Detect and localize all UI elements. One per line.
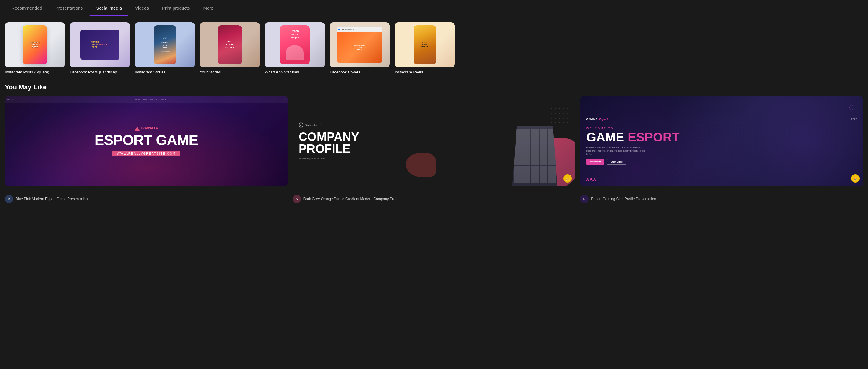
tab-social-media[interactable]: Social media: [89, 0, 128, 16]
window: [539, 129, 548, 147]
avatar-game: E: [580, 195, 589, 203]
dot: [551, 108, 552, 109]
category-instagram-posts[interactable]: PERFECTYOURPOST Instagram Posts (Square): [5, 22, 65, 74]
wa-card: Reachmorepeople: [280, 25, 310, 64]
game-title: GAME ESPORT: [586, 131, 679, 144]
template-card-esport[interactable]: BORCELLE Home Photo About Us Contact ≡ B…: [5, 96, 288, 186]
dot: [551, 113, 552, 114]
category-thumb-ig-reels: STOPTHEIRSCROLL: [395, 22, 455, 67]
tab-print-products[interactable]: Print products: [155, 0, 197, 16]
category-instagram-stories[interactable]: ✓✓ Perfectyourpost DESIGN NOW Instagram …: [135, 22, 195, 74]
game-more-info-button[interactable]: More Info: [586, 159, 604, 165]
your-story-card: TELLYOURSTORY: [218, 25, 242, 64]
window: [531, 129, 539, 147]
template-card-company[interactable]: ◐ Salford & Co. COMPANY PROFILE www.real…: [292, 96, 576, 186]
company-logo-circle-icon: ◐: [299, 123, 304, 127]
nav-photo: Photo: [143, 99, 147, 101]
nav-about: About Us: [150, 99, 157, 101]
tab-presentations[interactable]: Presentations: [49, 0, 90, 16]
card-footer-label-company: Dark Grey Orange Purple Gradient Modern …: [304, 197, 400, 201]
card-nav-bar: BORCELLE Home Photo About Us Contact ≡: [5, 96, 288, 103]
company-title: COMPANY PROFILE: [299, 131, 359, 155]
category-facebook-covers[interactable]: reallygreatsite.com CUSTOMISEYOURCOVER ★…: [330, 22, 390, 74]
company-text-area: ◐ Salford & Co. COMPANY PROFILE www.real…: [299, 123, 359, 160]
template-card-game[interactable]: GAMING Esport 2023 WELCOME TO GAME ESPOR…: [580, 96, 863, 186]
category-thumb-ig-stories: ✓✓ Perfectyourpost DESIGN NOW: [135, 22, 195, 67]
category-label-whatsapp: WhatsApp Statuses: [265, 70, 299, 74]
esport-brand: BORCELLE: [142, 127, 158, 130]
category-thumb-insta-sq: PERFECTYOURPOST: [5, 22, 65, 67]
category-label-fb-covers: Facebook Covers: [330, 70, 360, 74]
game-header-left: GAMING Esport: [586, 118, 608, 121]
esport-url: WWW.REALLYGREATSITE.COM: [112, 151, 181, 156]
category-label-your-stories: Your Stories: [200, 70, 221, 74]
tab-videos[interactable]: Videos: [128, 0, 155, 16]
dot: [555, 113, 556, 114]
card-footer-label-esport: Blue Pink Modern Esport Game Presentatio…: [16, 197, 88, 201]
window: [514, 166, 522, 183]
fb-icon-dot: [338, 29, 340, 30]
cover-main: CUSTOMISEYOURCOVER ★: [337, 32, 382, 63]
phone-mockup: PERFECTYOURPOST: [23, 25, 47, 64]
dot: [551, 122, 552, 123]
card-footer-company: S Dark Grey Orange Purple Gradient Moder…: [292, 192, 576, 205]
game-welcome: WELCOME TO: [586, 127, 614, 130]
category-thumb-fb: INSPIREYOURFEED60% OFF: [70, 22, 130, 67]
template-cards-grid: BORCELLE Home Photo About Us Contact ≡ B…: [0, 96, 868, 192]
dot: [555, 108, 556, 109]
ig-story-phone: ✓✓ Perfectyourpost DESIGN NOW: [154, 25, 176, 64]
esport-label: Esport: [599, 118, 608, 121]
category-thumb-your-stories: TELLYOURSTORY: [200, 22, 260, 67]
window: [514, 129, 522, 147]
dot: [563, 108, 564, 109]
nav-tabs: Recommended Presentations Social media V…: [0, 0, 868, 16]
window: [531, 166, 539, 183]
gaming-label: GAMING: [586, 118, 597, 121]
category-whatsapp[interactable]: Reachmorepeople WhatsApp Statuses: [265, 22, 325, 74]
dot: [567, 118, 567, 119]
window: [531, 147, 539, 165]
dot: [563, 113, 564, 114]
category-instagram-reels[interactable]: STOPTHEIRSCROLL Instagram Reels: [395, 22, 455, 74]
dot: [559, 118, 560, 119]
tab-recommended[interactable]: Recommended: [5, 0, 49, 16]
ig-reel-phone: STOPTHEIRSCROLL: [413, 25, 436, 64]
dot: [555, 118, 556, 119]
dot-pattern: [551, 108, 569, 126]
dot: [567, 122, 567, 123]
dot: [567, 113, 567, 114]
game-year: 2023: [851, 118, 857, 121]
fb-cover-device: reallygreatsite.com CUSTOMISEYOURCOVER ★: [337, 27, 382, 63]
category-your-stories[interactable]: TELLYOURSTORY Your Stories: [200, 22, 260, 74]
avatar-company: S: [292, 195, 301, 203]
esport-logo: BORCELLE: [135, 126, 158, 131]
esport-title: ESPORT GAME: [94, 133, 198, 147]
game-title-pink: ESPORT: [628, 130, 680, 144]
company-building-grid: [512, 126, 557, 186]
avatar-esport: B: [5, 195, 13, 203]
window: [548, 166, 556, 183]
category-facebook-posts[interactable]: INSPIREYOURFEED60% OFF Facebook Posts (L…: [70, 22, 130, 74]
card-footer-game: E Esport Gaming Club Profile Presentatio…: [580, 192, 863, 205]
person-silhouette: [286, 45, 304, 60]
nav-contact: Contact: [159, 99, 166, 101]
dot: [555, 122, 556, 123]
company-logo-line: ◐ Salford & Co.: [299, 123, 359, 127]
game-start-slide-button[interactable]: Start Slide: [607, 159, 626, 165]
phone-screen: PERFECTYOURPOST: [23, 25, 47, 64]
card-nav-links: Home Photo About Us Contact: [135, 99, 166, 101]
company-logo-text: Salford & Co.: [305, 123, 323, 127]
category-thumb-fb-covers: reallygreatsite.com CUSTOMISEYOURCOVER ★: [330, 22, 390, 67]
tab-more[interactable]: More: [196, 0, 220, 16]
window: [522, 147, 530, 165]
window: [539, 166, 548, 183]
cover-top-bar: reallygreatsite.com: [337, 27, 382, 32]
esport-triangle-icon: [135, 126, 140, 131]
dot: [567, 108, 567, 109]
category-label-fb: Facebook Posts (Landscap...: [70, 70, 120, 74]
dot: [563, 118, 564, 119]
category-label-ig-stories: Instagram Stories: [135, 70, 165, 74]
company-url: www.reallygreatsite.com: [299, 157, 359, 160]
nav-home: Home: [135, 99, 140, 101]
category-label-ig-reels: Instagram Reels: [395, 70, 423, 74]
